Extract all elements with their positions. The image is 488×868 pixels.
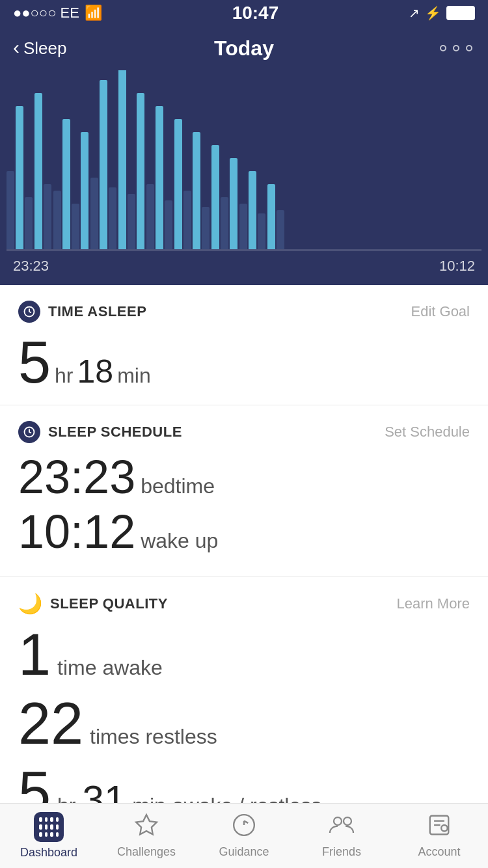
status-bar: ●●○○○ EE 📶 10:47 ↗ ⚡ bbox=[0, 0, 488, 26]
bar-group-1 bbox=[7, 106, 33, 249]
minutes-unit: min bbox=[117, 364, 151, 388]
sleep-schedule-title: SLEEP SCHEDULE bbox=[48, 424, 182, 441]
tab-guidance[interactable]: Guidance bbox=[195, 804, 293, 868]
bar-group-7 bbox=[174, 119, 210, 249]
tab-dashboard-label: Dashboard bbox=[20, 846, 77, 860]
chart-footer: 23:23 10:12 bbox=[0, 251, 488, 285]
nav-dot-3 bbox=[466, 45, 472, 51]
tab-dashboard[interactable]: Dashboard bbox=[0, 804, 98, 868]
bedtime-label: bedtime bbox=[141, 474, 215, 498]
sleep-chart: 23:23 10:12 bbox=[0, 70, 488, 285]
tab-account[interactable]: Account bbox=[390, 804, 488, 868]
times-restless-value: 22 bbox=[18, 694, 83, 753]
schedule-clock-icon bbox=[18, 421, 40, 443]
bedtime-row: 23:23 bedtime bbox=[18, 454, 470, 500]
svg-point-11 bbox=[441, 825, 448, 832]
challenges-icon bbox=[134, 813, 159, 841]
chart-start-time: 23:23 bbox=[13, 258, 49, 275]
time-asleep-title-group: TIME ASLEEP bbox=[18, 301, 146, 323]
clock-icon bbox=[18, 301, 40, 323]
bar-group-3 bbox=[53, 119, 88, 249]
guidance-icon bbox=[232, 813, 256, 841]
wakeup-row: 10:12 wake up bbox=[18, 508, 470, 555]
sleep-quality-title-group: 🌙 SLEEP QUALITY bbox=[18, 592, 168, 615]
edit-goal-button[interactable]: Edit Goal bbox=[411, 303, 470, 320]
page-title: Today bbox=[214, 36, 274, 61]
times-awake-row: 1 time awake bbox=[18, 625, 470, 684]
svg-marker-2 bbox=[136, 815, 157, 834]
tab-friends-label: Friends bbox=[322, 845, 361, 859]
bar-group-9 bbox=[239, 171, 265, 249]
sleep-schedule-title-group: SLEEP SCHEDULE bbox=[18, 421, 182, 443]
tab-bar: Dashboard Challenges Guidance bbox=[0, 803, 488, 868]
nav-dot-2 bbox=[453, 45, 459, 51]
time-asleep-section: TIME ASLEEP Edit Goal 5 hr 18 min bbox=[0, 285, 488, 405]
bar-group-2 bbox=[34, 93, 51, 249]
time-asleep-header: TIME ASLEEP Edit Goal bbox=[18, 301, 470, 323]
sleep-quality-header: 🌙 SLEEP QUALITY Learn More bbox=[18, 592, 470, 615]
bar-group-8 bbox=[211, 145, 237, 249]
times-restless-label: times restless bbox=[90, 725, 217, 749]
sleep-quality-title: SLEEP QUALITY bbox=[50, 595, 168, 612]
time-asleep-value: 5 hr 18 min bbox=[18, 333, 470, 392]
hours-unit: hr bbox=[55, 364, 73, 388]
sleep-schedule-header: SLEEP SCHEDULE Set Schedule bbox=[18, 421, 470, 443]
times-restless-row: 22 times restless bbox=[18, 694, 470, 753]
sleep-schedule-section: SLEEP SCHEDULE Set Schedule 23:23 bedtim… bbox=[0, 405, 488, 576]
bar-group-10 bbox=[267, 184, 284, 249]
wakeup-label: wake up bbox=[141, 529, 218, 553]
tab-friends[interactable]: Friends bbox=[293, 804, 390, 868]
nav-back-label: Sleep bbox=[23, 38, 67, 59]
tab-challenges[interactable]: Challenges bbox=[98, 804, 195, 868]
friends-icon bbox=[328, 813, 355, 841]
svg-point-6 bbox=[334, 817, 342, 825]
bluetooth-icon: ⚡ bbox=[425, 5, 441, 21]
bar-group-4 bbox=[90, 80, 116, 249]
learn-more-button[interactable]: Learn More bbox=[396, 595, 470, 612]
bedtime-value: 23:23 bbox=[18, 454, 135, 500]
set-schedule-button[interactable]: Set Schedule bbox=[385, 424, 470, 441]
times-awake-label: time awake bbox=[57, 656, 163, 680]
back-chevron-icon: ‹ bbox=[13, 36, 20, 59]
bar-group-5 bbox=[118, 70, 144, 249]
status-time: 10:47 bbox=[232, 3, 279, 23]
chart-bars-area bbox=[0, 70, 488, 249]
time-asleep-title: TIME ASLEEP bbox=[48, 303, 146, 320]
nav-back-button[interactable]: ‹ Sleep bbox=[13, 38, 67, 59]
status-carrier: ●●○○○ EE 📶 bbox=[13, 5, 102, 21]
tab-account-label: Account bbox=[418, 845, 460, 859]
status-right: ↗ ⚡ bbox=[409, 5, 475, 21]
moon-icon: 🌙 bbox=[18, 592, 42, 615]
location-icon: ↗ bbox=[409, 5, 420, 21]
bar-group-6 bbox=[146, 106, 172, 249]
tab-guidance-label: Guidance bbox=[219, 845, 269, 859]
dashboard-icon bbox=[34, 812, 64, 842]
account-icon bbox=[427, 813, 452, 841]
nav-header: ‹ Sleep Today bbox=[0, 26, 488, 70]
content-area: TIME ASLEEP Edit Goal 5 hr 18 min SLEEP … bbox=[0, 285, 488, 868]
wifi-icon: 📶 bbox=[85, 5, 102, 21]
tab-challenges-label: Challenges bbox=[117, 845, 176, 859]
times-awake-value: 1 bbox=[18, 625, 51, 684]
hours-value: 5 bbox=[18, 333, 51, 392]
nav-dot-1 bbox=[440, 45, 446, 51]
battery-icon bbox=[446, 6, 475, 20]
minutes-value: 18 bbox=[77, 353, 114, 390]
svg-point-7 bbox=[344, 817, 351, 825]
wakeup-value: 10:12 bbox=[18, 508, 135, 555]
chart-end-time: 10:12 bbox=[439, 258, 475, 275]
nav-dots[interactable] bbox=[440, 45, 472, 51]
